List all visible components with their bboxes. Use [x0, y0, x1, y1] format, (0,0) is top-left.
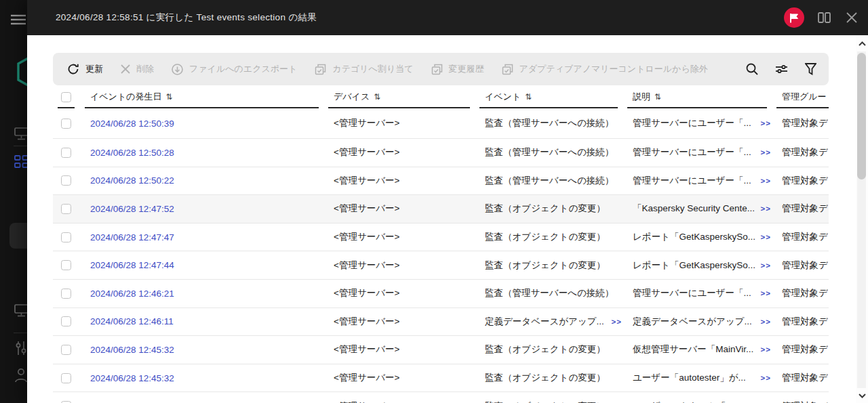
device-value: <管理サーバー> — [334, 203, 399, 215]
sort-icon[interactable]: ⇅ — [654, 92, 661, 102]
scrollbar-thumb[interactable] — [857, 53, 866, 179]
hamburger-menu-icon[interactable] — [11, 14, 26, 28]
column-header-event[interactable]: イベント ⇅ — [479, 85, 627, 108]
row-checkbox[interactable] — [61, 232, 71, 242]
table-row[interactable]: 2024/06/28 12:50:22 <管理サーバー> 監査（管理サーバーへの… — [53, 167, 829, 196]
discovery-deployment-icon[interactable] — [14, 127, 27, 143]
row-select-cell — [53, 224, 85, 251]
event-date-link[interactable]: 2024/06/28 12:47:44 — [90, 260, 174, 270]
modal-header-actions — [784, 7, 860, 28]
admin-group-cell: 管理対象デ — [776, 336, 829, 364]
sort-icon[interactable]: ⇅ — [374, 92, 380, 102]
row-checkbox[interactable] — [61, 260, 71, 270]
assign-category-icon — [315, 64, 326, 75]
event-date-cell: 2024/06/28 12:50:22 — [85, 167, 328, 195]
event-cell: 監査（オブジェクトの変更） — [479, 336, 627, 364]
event-date-link[interactable]: 2024/06/28 12:45:32 — [90, 373, 174, 383]
event-date-link[interactable]: 2024/06/28 12:46:11 — [90, 316, 174, 326]
event-date-link[interactable]: 2024/06/28 12:45:32 — [90, 345, 174, 355]
delete-button[interactable]: 削除 — [121, 63, 154, 75]
monitoring-reports-icon[interactable] — [14, 304, 27, 320]
event-date-link[interactable]: 2024/06/28 12:50:22 — [90, 175, 174, 186]
history-icon — [431, 64, 443, 75]
assets-devices-icon[interactable] — [14, 155, 27, 172]
refresh-button[interactable]: 更新 — [68, 63, 103, 75]
modal-header: 2024/06/28 12:58:51 に実行した Test events se… — [27, 0, 868, 35]
expand-description-link[interactable]: >> — [761, 233, 776, 241]
table-row[interactable]: 2024/06/28 12:47:47 <管理サーバー> 監査（オブジェクトの変… — [53, 224, 829, 252]
refresh-icon — [68, 64, 79, 75]
row-checkbox[interactable] — [61, 119, 71, 129]
device-cell: <管理サーバー> — [328, 195, 479, 223]
export-button-label: ファイルへのエクスポート — [189, 63, 297, 75]
expand-description-link[interactable]: >> — [761, 345, 776, 354]
column-label: 説明 — [633, 91, 650, 103]
device-value: <管理サーバー> — [334, 287, 399, 299]
column-header-admin-group[interactable]: 管理グルー — [776, 85, 829, 108]
sidebar-selected-item[interactable] — [9, 223, 27, 249]
table-row[interactable]: 2024/06/28 12:47:44 <管理サーバー> 監査（オブジェクトの変… — [53, 251, 829, 280]
description-cell: ユーザー「autotester」が... >> — [627, 364, 776, 392]
table-row[interactable]: 2024/06/28 12:46:11 <管理サーバー> 定義データベースがアッ… — [53, 308, 829, 337]
table-row[interactable]: 2024/06/28 12:50:39 <管理サーバー> 監査（管理サーバーへの… — [53, 108, 829, 139]
row-checkbox[interactable] — [61, 316, 71, 326]
scroll-down-icon[interactable] — [856, 390, 868, 401]
expand-description-link[interactable]: >> — [761, 148, 776, 156]
event-date-link[interactable]: 2024/06/28 12:47:47 — [90, 232, 174, 242]
search-icon[interactable] — [746, 63, 758, 75]
sort-icon[interactable]: ⇅ — [166, 92, 173, 102]
event-date-link[interactable]: 2024/06/28 12:50:39 — [90, 119, 174, 129]
event-date-link[interactable]: 2024/06/28 12:46:21 — [90, 289, 174, 299]
row-select-cell — [53, 139, 85, 167]
description-cell: レポート「GetKasperskySo... >> — [627, 224, 776, 251]
row-checkbox[interactable] — [61, 148, 71, 158]
close-icon[interactable] — [844, 9, 860, 26]
export-to-file-button[interactable]: ファイルへのエクスポート — [172, 63, 297, 75]
table-row[interactable]: 2024/06/28 12:46:21 <管理サーバー> 監査（管理サーバーへの… — [53, 280, 829, 308]
table-row[interactable]: 2024/06/28 12:45:32 <管理サーバー> 監査（オブジェクトの変… — [53, 392, 829, 403]
table-row[interactable]: 2024/06/28 12:45:32 <管理サーバー> 監査（オブジェクトの変… — [53, 336, 829, 364]
column-header-description[interactable]: 説明 ⇅ — [627, 85, 776, 108]
user-account-icon[interactable] — [14, 368, 27, 385]
column-settings-icon[interactable] — [775, 64, 788, 75]
scroll-up-icon[interactable] — [856, 38, 868, 49]
event-cell: 監査（管理サーバーへの接続） — [479, 280, 627, 307]
expand-description-link[interactable]: >> — [761, 289, 776, 297]
select-all-checkbox[interactable] — [61, 92, 71, 102]
table-row[interactable]: 2024/06/28 12:47:52 <管理サーバー> 監査（オブジェクトの変… — [53, 195, 829, 224]
event-cell: 監査（オブジェクトの変更） — [479, 364, 627, 392]
expand-description-link[interactable]: >> — [761, 205, 776, 213]
assign-category-button[interactable]: カテゴリへ割り当て — [315, 63, 413, 75]
table-row[interactable]: 2024/06/28 12:45:32 <管理サーバー> 監査（オブジェクトの変… — [53, 364, 829, 393]
filter-icon[interactable] — [805, 63, 816, 75]
expand-event-link[interactable]: >> — [612, 318, 627, 326]
exclude-adaptive-anomaly-button[interactable]: アダプティブアノマリーコントロールから除外 — [502, 63, 708, 75]
event-date-link[interactable]: 2024/06/28 12:47:52 — [90, 204, 174, 214]
change-history-button[interactable]: 変更履歴 — [431, 63, 484, 75]
row-checkbox[interactable] — [61, 345, 71, 355]
expand-description-link[interactable]: >> — [761, 119, 776, 127]
expand-description-link[interactable]: >> — [761, 318, 776, 326]
description-value: ユーザーアカウント「M... — [633, 400, 741, 403]
admin-group-cell: 管理対象デ — [776, 364, 829, 392]
event-date-cell: 2024/06/28 12:50:28 — [85, 139, 328, 167]
row-checkbox[interactable] — [61, 175, 71, 186]
vertical-scrollbar[interactable] — [856, 35, 868, 403]
row-checkbox[interactable] — [61, 289, 71, 299]
row-checkbox[interactable] — [61, 373, 71, 383]
open-in-window-icon[interactable] — [816, 9, 832, 26]
event-date-link[interactable]: 2024/06/28 12:50:28 — [90, 148, 174, 158]
expand-description-link[interactable]: >> — [761, 177, 776, 185]
expand-description-link[interactable]: >> — [761, 374, 776, 382]
sort-icon[interactable]: ⇅ — [525, 92, 532, 102]
column-header-device[interactable]: デバイス ⇅ — [328, 85, 479, 108]
table-row[interactable]: 2024/06/28 12:50:28 <管理サーバー> 監査（管理サーバーへの… — [53, 139, 829, 167]
admin-group-cell: 管理対象デ — [776, 392, 829, 403]
description-cell: 管理サーバーにユーザー「... >> — [627, 280, 776, 307]
event-value: 監査（オブジェクトの変更） — [485, 372, 606, 384]
expand-description-link[interactable]: >> — [761, 261, 776, 270]
console-settings-icon[interactable] — [14, 341, 27, 358]
row-checkbox[interactable] — [61, 204, 71, 214]
flag-badge-button[interactable] — [784, 7, 804, 28]
column-header-event-date[interactable]: イベントの発生日 ⇅ — [85, 85, 328, 108]
